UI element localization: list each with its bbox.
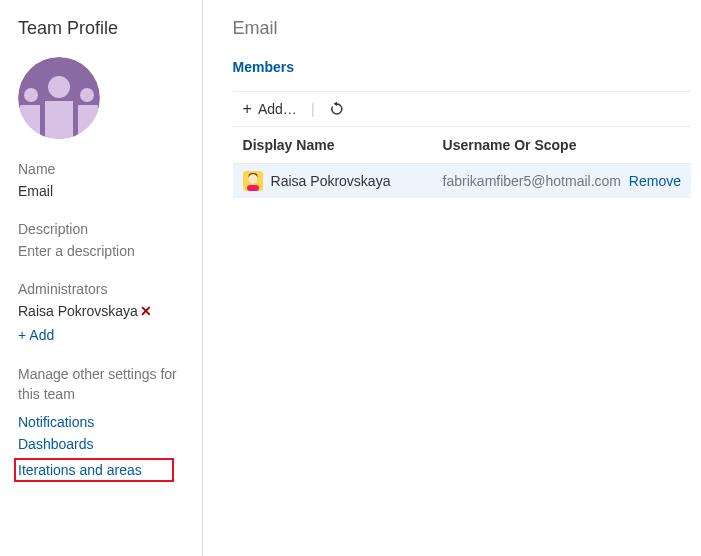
svg-rect-9 (73, 101, 78, 139)
remove-member-link[interactable]: Remove (629, 173, 681, 189)
sidebar: Team Profile Name Email Description Ente… (0, 0, 203, 556)
add-member-button[interactable]: + Add… (243, 100, 297, 118)
plus-icon: + (243, 100, 252, 118)
add-button-label: Add… (258, 101, 297, 117)
table-row[interactable]: Raisa Pokrovskaya fabrikamfiber5@hotmail… (233, 164, 691, 198)
name-label: Name (18, 161, 184, 177)
svg-rect-7 (76, 105, 98, 139)
member-username: fabrikamfiber5@hotmail.com (443, 173, 621, 189)
table-header: Display Name Username Or Scope (233, 127, 691, 164)
description-placeholder[interactable]: Enter a description (18, 243, 184, 259)
svg-rect-12 (247, 185, 259, 191)
refresh-icon (329, 101, 345, 117)
svg-rect-3 (40, 101, 78, 139)
administrator-name: Raisa Pokrovskaya (18, 303, 138, 319)
sidebar-title: Team Profile (18, 18, 184, 39)
svg-point-11 (248, 175, 257, 184)
administrator-row: Raisa Pokrovskaya ✕ (18, 303, 184, 319)
member-display-name: Raisa Pokrovskaya (271, 173, 391, 189)
add-administrator-link[interactable]: + Add (18, 327, 184, 343)
toolbar: + Add… | (233, 91, 691, 127)
svg-point-2 (48, 76, 70, 98)
main-panel: Email Members + Add… | Display Name User… (203, 0, 701, 556)
toolbar-separator: | (311, 101, 315, 117)
svg-point-6 (80, 88, 94, 102)
administrators-label: Administrators (18, 281, 184, 297)
member-avatar-icon (243, 171, 263, 191)
svg-point-4 (24, 88, 38, 102)
team-avatar (18, 57, 100, 139)
tab-members[interactable]: Members (233, 59, 294, 81)
members-table: Display Name Username Or Scope Raisa Pok… (233, 127, 691, 198)
name-value[interactable]: Email (18, 183, 184, 199)
column-username[interactable]: Username Or Scope (443, 137, 621, 153)
page-title: Email (233, 18, 691, 39)
notifications-link[interactable]: Notifications (18, 414, 184, 430)
iterations-link[interactable]: Iterations and areas (18, 462, 142, 478)
remove-admin-icon[interactable]: ✕ (140, 303, 152, 319)
refresh-button[interactable] (329, 101, 345, 117)
svg-rect-8 (40, 101, 45, 139)
tab-bar: Members (233, 59, 691, 81)
svg-rect-5 (20, 105, 42, 139)
column-action (621, 137, 681, 153)
description-label: Description (18, 221, 184, 237)
dashboards-link[interactable]: Dashboards (18, 436, 184, 452)
settings-heading: Manage other settings for this team (18, 365, 184, 404)
iterations-highlight: Iterations and areas (14, 458, 174, 482)
column-display-name[interactable]: Display Name (243, 137, 443, 153)
settings-links: Notifications Dashboards Iterations and … (18, 414, 184, 482)
